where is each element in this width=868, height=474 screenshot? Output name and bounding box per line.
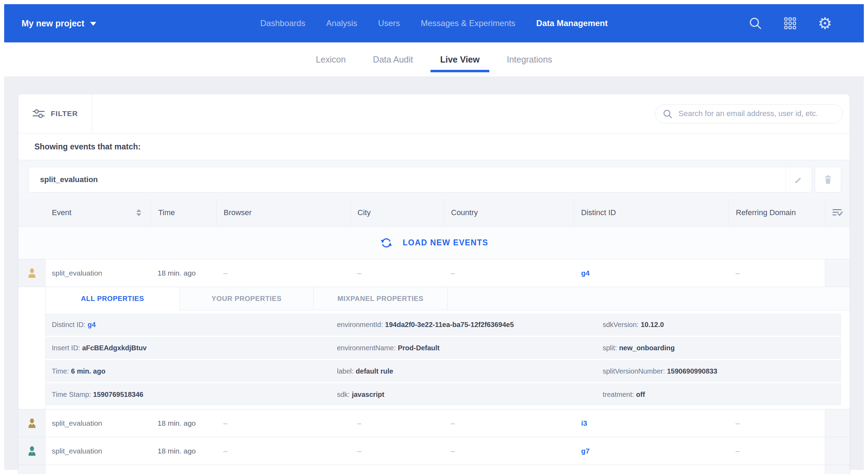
tab-lexicon[interactable]: Lexicon [316,42,346,76]
nav-item-data-management[interactable]: Data Management [536,18,608,28]
event-row[interactable] [18,465,850,474]
nav-item-users[interactable]: Users [378,18,400,28]
country-cell: – [444,259,574,287]
column-header-time: Time [151,199,216,226]
properties-tabs: ALL PROPERTIES YOUR PROPERTIES MIXPANEL … [46,287,850,310]
primary-nav: Dashboards Analysis Users Messages & Exp… [260,4,608,42]
event-time-cell: 18 min. ago [151,437,216,465]
person-icon [26,418,38,429]
properties-gutter [18,287,46,409]
user-search [655,104,843,123]
tab-mixpanel-properties[interactable]: MIXPANEL PROPERTIES [313,287,447,310]
city-cell: – [350,437,444,465]
event-filter-value: split_evaluation [40,175,98,184]
property-label: label:default rule [331,367,596,375]
avatar [18,437,46,465]
column-header-city: City [350,199,444,226]
column-header-event[interactable]: Event [18,199,151,226]
event-row[interactable]: split_evaluation 18 min. ago – – – g4 – [18,259,850,287]
distinct-id-link[interactable]: i3 [581,419,587,427]
property-row: Insert ID:aFcBEAdgxkdjBtuv environmentNa… [46,337,841,359]
event-row[interactable]: split_evaluation 18 min. ago – – – g7 – [18,437,850,465]
edit-filter-button[interactable] [786,167,812,193]
nav-item-analysis[interactable]: Analysis [326,18,357,28]
distinct-id-cell: i3 [574,409,729,437]
showing-events-heading: Showing events that match: [18,133,850,160]
city-cell: – [350,409,444,437]
project-switcher[interactable]: My new project [22,18,96,28]
properties-main: ALL PROPERTIES YOUR PROPERTIES MIXPANEL … [46,287,850,409]
referring-domain-cell: – [729,409,825,437]
column-header-country: Country [444,199,574,226]
tabs-filler [447,287,850,310]
app-frame: My new project Dashboards Analysis Users… [4,4,864,474]
tab-integrations[interactable]: Integrations [507,42,552,76]
property-insert-id: Insert ID:aFcBEAdgxkdjBtuv [46,344,331,352]
nav-item-messages-experiments[interactable]: Messages & Experiments [421,18,515,28]
live-view-card: FILTER Showing events that match: split_… [18,94,850,474]
tab-all-properties[interactable]: ALL PROPERTIES [46,287,179,310]
event-name-cell: split_evaluation [46,259,151,287]
search-icon [663,109,673,119]
gear-icon[interactable]: ⚙ [817,16,833,31]
pencil-icon [794,175,804,185]
row-end-cell [825,259,850,287]
data-management-subnav: Lexicon Data Audit Live View Integration… [4,42,864,77]
person-icon [26,446,38,457]
property-split: split:new_onboarding [596,344,841,352]
apps-grid-icon[interactable] [782,16,798,31]
event-properties-panel: ALL PROPERTIES YOUR PROPERTIES MIXPANEL … [18,287,850,409]
browser-cell: – [216,409,350,437]
property-row: Time Stamp:1590769518346 sdk:javascript … [46,383,841,406]
load-new-events-label: LOAD NEW EVENTS [403,238,488,247]
tab-live-view[interactable]: Live View [440,42,480,76]
event-filter-chip-group: split_evaluation [28,167,812,193]
search-icon[interactable] [748,16,763,31]
property-time-stamp: Time Stamp:1590769518346 [46,391,331,399]
referring-domain-cell: – [729,437,825,465]
event-filter-chip[interactable]: split_evaluation [28,167,786,193]
property-environment-name: environmentName:Prod-Default [331,344,596,352]
avatar [18,259,46,287]
refresh-icon [380,236,393,250]
search-input[interactable] [655,104,843,123]
city-cell: – [350,259,444,287]
filter-toolbar: FILTER [18,94,850,133]
chevron-down-icon [90,22,96,26]
event-time-cell: 18 min. ago [151,259,216,287]
property-sdk: sdk:javascript [331,391,596,399]
row-end-cell [825,465,850,474]
avatar [18,409,46,437]
tab-your-properties[interactable]: YOUR PROPERTIES [179,287,313,310]
column-header-distinct-id: Distinct ID [574,199,729,226]
page-content: FILTER Showing events that match: split_… [4,77,864,470]
distinct-id-link[interactable]: g7 [581,447,590,455]
filter-label: FILTER [51,109,78,118]
distinct-id-link[interactable]: g4 [581,269,590,277]
properties-body: Distinct ID:g4 environmentId:194da2f0-3e… [46,310,850,409]
property-sdk-version: sdkVersion:10.12.0 [596,321,841,329]
delete-filter-button[interactable] [815,167,841,193]
nav-item-dashboards[interactable]: Dashboards [260,18,305,28]
row-end-cell [825,437,850,465]
tab-data-audit[interactable]: Data Audit [373,42,413,76]
load-new-events-button[interactable]: LOAD NEW EVENTS [18,227,850,259]
referring-domain-cell: – [729,259,825,287]
showing-events-label: Showing events that match: [34,142,140,152]
event-row[interactable]: split_evaluation 18 min. ago – – – i3 – [18,409,850,437]
event-time-cell: 18 min. ago [151,409,216,437]
distinct-id-cell: g4 [574,259,729,287]
column-settings-button[interactable] [825,199,850,226]
event-name-cell: split_evaluation [46,437,151,465]
filter-button[interactable]: FILTER [18,94,92,133]
project-name: My new project [22,18,85,28]
event-filter-section: split_evaluation [18,160,850,199]
property-split-version-number: splitVersionNumber:1590690990833 [596,367,841,375]
sort-icon[interactable] [136,209,141,216]
property-treatment: treatment:off [596,391,841,399]
country-cell: – [444,409,574,437]
trash-icon [823,175,833,185]
distinct-id-link[interactable]: g4 [88,321,96,328]
column-settings-icon [832,208,843,218]
column-header-browser: Browser [216,199,350,226]
